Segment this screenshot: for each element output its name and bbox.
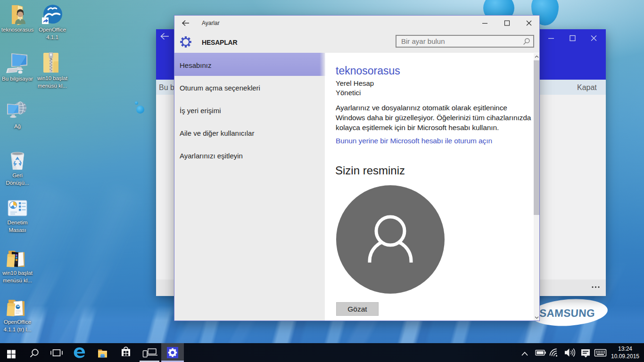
svg-text:SAMSUNG: SAMSUNG xyxy=(539,307,595,319)
